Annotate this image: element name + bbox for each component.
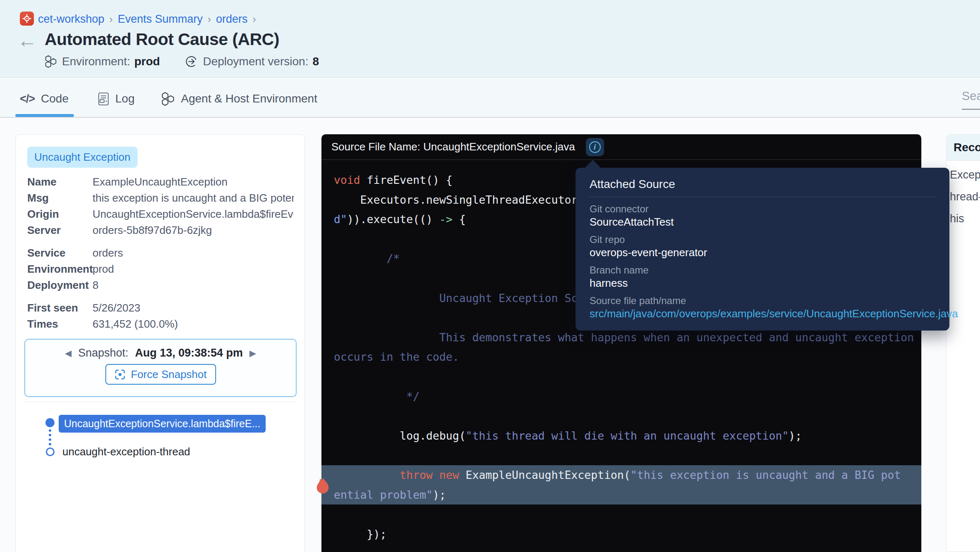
back-button[interactable]: ←: [17, 31, 37, 50]
detail-row: Msgthis exception is uncaught and a BIG …: [27, 190, 294, 206]
detail-value: 631,452 (100.0%): [93, 318, 294, 331]
force-snapshot-button[interactable]: Force Snapshot: [105, 364, 216, 385]
detail-group: First seen5/26/2023Times631,452 (100.0%): [27, 300, 294, 332]
force-snapshot-label: Force Snapshot: [131, 368, 207, 381]
code-token: Uncaught Exception Scen: [334, 292, 591, 305]
tooltip-field-value: SourceAttachTest: [590, 215, 935, 229]
detail-row: Times631,452 (100.0%): [27, 316, 294, 332]
code-line: occurs in the code.: [334, 347, 921, 367]
code-token: occurs in the code.: [334, 350, 459, 363]
tooltip-field-label: Source file path/name: [590, 294, 935, 307]
code-line: [334, 504, 921, 524]
detail-group: ServiceordersEnvironmentprodDeployment8: [27, 245, 294, 293]
stack-frame-selected[interactable]: UncaughtExceptionService.lambda$fireE...: [59, 415, 266, 433]
environment-value: prod: [134, 55, 160, 68]
code-token: void: [334, 174, 360, 186]
tab-log[interactable]: Log: [98, 88, 135, 109]
code-line: [334, 445, 921, 465]
detail-value: UncaughtExceptionService.lambda$fireEver: [93, 208, 294, 221]
search-input-underline: [962, 109, 980, 110]
app-logo-icon[interactable]: [20, 12, 34, 26]
stack-frame-bullet-selected: [45, 418, 55, 427]
recorded-variable-row[interactable]: Excepti: [947, 164, 980, 186]
code-token: {: [452, 213, 466, 226]
tab-code[interactable]: </> Code: [20, 88, 69, 109]
recorded-variables-panel: Recor Exceptihread-his: [946, 134, 980, 552]
code-token: Executors.newSingleThreadExecutor(ne: [334, 193, 597, 206]
stack-thread-item[interactable]: uncaught-exception-thread: [62, 445, 190, 458]
log-file-icon: [98, 92, 109, 106]
code-token: });: [334, 528, 387, 540]
code-token: "this thread will die with an uncaught e…: [466, 429, 789, 442]
recorded-variable-row[interactable]: his: [947, 208, 980, 230]
code-token: ->: [439, 213, 452, 226]
environment-label: Environment:: [62, 55, 130, 68]
tooltip-field-value: harness: [590, 276, 935, 290]
detail-value: orders-5b8f97d67b-6zjkg: [93, 224, 294, 237]
tooltip-field: Git repooverops-event-generator: [590, 233, 935, 259]
snapshot-box: ◀ Snapshot: Aug 13, 09:38:54 pm ▶ Force …: [24, 339, 297, 397]
snapshot-nav: ◀ Snapshot: Aug 13, 09:38:54 pm ▶: [25, 347, 296, 359]
code-icon: </>: [20, 93, 35, 105]
detail-row: OriginUncaughtExceptionService.lambda$fi…: [27, 206, 294, 222]
detail-row: First seen5/26/2023: [27, 300, 294, 316]
detail-value: 5/26/2023: [93, 302, 294, 314]
tab-code-label: Code: [41, 92, 69, 105]
arc-page: cet-workshop › Events Summary › orders ›…: [0, 0, 980, 552]
code-token: */: [334, 390, 419, 403]
detail-label: Origin: [27, 208, 93, 221]
code-line: log.debug("this thread will die with an …: [334, 426, 921, 446]
detail-label: Server: [27, 224, 93, 237]
tooltip-arrow: [585, 160, 601, 168]
detail-row: NameExampleUncaughtException: [27, 174, 294, 190]
tab-agent-label: Agent & Host Environment: [181, 92, 317, 105]
breadcrumb-separator: ›: [109, 13, 113, 25]
divider: [24, 402, 297, 402]
source-file-header: Source File Name: UncaughtExceptionServi…: [321, 134, 921, 160]
search-input[interactable]: Sea: [962, 89, 980, 103]
hexagons-icon: [45, 55, 57, 68]
recorded-variable-row[interactable]: hread-: [947, 186, 980, 208]
tab-bar: [0, 78, 980, 118]
source-file-link[interactable]: src/main/java/com/overops/examples/servi…: [590, 307, 935, 321]
target-icon: [22, 14, 32, 24]
detail-row: Serviceorders: [27, 245, 294, 261]
active-tab-underline: [15, 114, 74, 117]
stack-thread-bullet: [46, 447, 55, 456]
snapshot-next-button[interactable]: ▶: [250, 348, 256, 358]
detail-value: ExampleUncaughtException: [93, 176, 294, 188]
breadcrumb-link-workspace[interactable]: cet-workshop: [38, 13, 105, 26]
attached-source-tooltip: Attached Source Git connectorSourceAttac…: [576, 168, 949, 331]
info-icon: i: [589, 141, 601, 153]
detail-value: orders: [93, 247, 294, 259]
breadcrumb-separator: ›: [252, 13, 256, 25]
tab-agent-host-environment[interactable]: Agent & Host Environment: [161, 88, 317, 109]
snapshot-prev-button[interactable]: ◀: [65, 348, 71, 358]
snapshot-value: Aug 13, 09:38:54 pm: [135, 347, 243, 359]
recorded-variables-list: Exceptihread-his: [947, 161, 980, 230]
detail-label: Name: [27, 176, 93, 188]
breadcrumb-link-orders[interactable]: orders: [216, 13, 248, 26]
event-details: NameExampleUncaughtExceptionMsgthis exce…: [27, 174, 294, 339]
detail-row: Environmentprod: [27, 261, 294, 277]
detail-row: Serverorders-5b8f97d67b-6zjkg: [27, 222, 294, 238]
code-token: d": [334, 213, 347, 226]
tooltip-title: Attached Source: [590, 178, 935, 191]
tooltip-field-label: Git connector: [590, 202, 935, 215]
detail-label: Msg: [27, 192, 93, 205]
snapshot-label: Snapshot:: [78, 347, 128, 359]
detail-value: 8: [93, 279, 294, 292]
tab-log-label: Log: [115, 92, 135, 105]
detail-label: First seen: [27, 302, 93, 314]
tooltip-field: Git connectorSourceAttachTest: [590, 202, 935, 229]
flame-icon: [315, 477, 330, 495]
stack-connector-dots: [49, 429, 51, 445]
attached-source-info-button[interactable]: i: [586, 138, 604, 156]
code-line: [334, 367, 921, 387]
code-token: ential problem": [334, 488, 433, 501]
tooltip-field-value: overops-event-generator: [590, 246, 935, 259]
breadcrumb-link-events-summary[interactable]: Events Summary: [118, 13, 203, 26]
code-line: [334, 406, 921, 426]
recorded-variables-header: Recor: [947, 135, 980, 161]
tooltip-field: Source file path/namesrc/main/java/com/o…: [590, 294, 935, 321]
